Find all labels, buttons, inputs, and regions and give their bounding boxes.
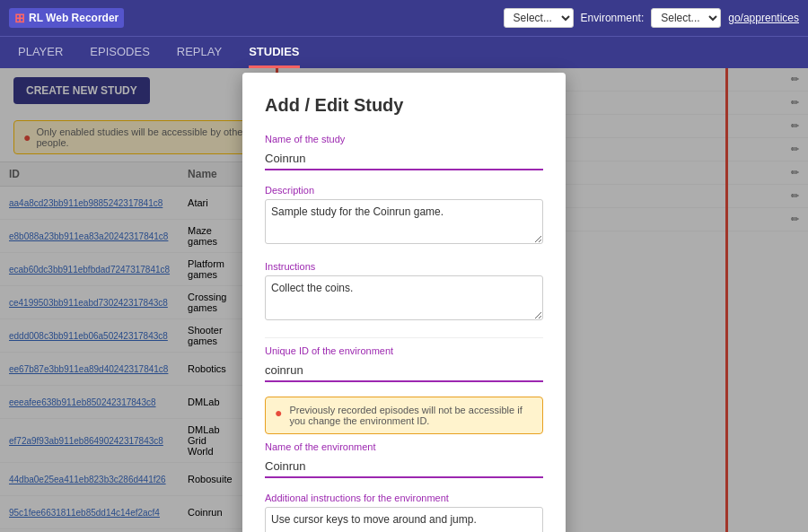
- nav-replay[interactable]: REPLAY: [177, 38, 222, 68]
- env-name-input[interactable]: [265, 456, 543, 478]
- app-title: RL Web Recorder: [29, 12, 119, 24]
- warning-box: ● Previously recorded episodes will not …: [265, 397, 543, 434]
- env-name-group: Name of the environment: [265, 441, 543, 478]
- modal-overlay: Add / Edit Study Name of the study Descr…: [0, 68, 808, 532]
- description-label: Description: [265, 185, 543, 196]
- additional-instructions-group: Additional instructions for the environm…: [265, 493, 543, 532]
- study-name-label: Name of the study: [265, 134, 543, 144]
- warning-icon: ●: [275, 406, 282, 420]
- study-name-group: Name of the study: [265, 134, 543, 170]
- add-edit-study-modal: Add / Edit Study Name of the study Descr…: [242, 73, 566, 532]
- environment-select[interactable]: Select...: [651, 8, 721, 28]
- header: ⊞ RL Web Recorder Select... Environment:…: [0, 0, 808, 36]
- modal-title: Add / Edit Study: [265, 95, 543, 116]
- study-name-input[interactable]: [265, 148, 543, 170]
- environment-label: Environment:: [581, 12, 645, 24]
- app-logo: ⊞ RL Web Recorder: [9, 8, 124, 28]
- go-link[interactable]: go/apprentices: [728, 12, 799, 24]
- main-content: CREATE NEW STUDY ● Only enabled studies …: [0, 68, 808, 532]
- unique-id-label: Unique ID of the environment: [265, 345, 543, 356]
- additional-instructions-label: Additional instructions for the environm…: [265, 493, 543, 503]
- navigation: PLAYER EPISODES REPLAY STUDIES: [0, 36, 808, 68]
- header-controls: Select... Environment: Select... go/appr…: [504, 8, 799, 28]
- player-select[interactable]: Select...: [504, 8, 574, 28]
- nav-player[interactable]: PLAYER: [18, 38, 63, 68]
- description-group: Description Sample study for the Coinrun…: [265, 185, 543, 247]
- additional-instructions-textarea[interactable]: Use cursor keys to move around and jump.: [265, 507, 543, 532]
- description-textarea[interactable]: Sample study for the Coinrun game.: [265, 199, 543, 244]
- nav-studies[interactable]: STUDIES: [249, 38, 299, 68]
- env-name-label: Name of the environment: [265, 441, 543, 452]
- logo-icon: ⊞: [14, 11, 25, 25]
- instructions-group: Instructions Collect the coins.: [265, 261, 543, 323]
- warning-text: Previously recorded episodes will not be…: [289, 405, 533, 426]
- nav-episodes[interactable]: EPISODES: [90, 38, 149, 68]
- divider-1: [265, 337, 543, 338]
- unique-id-input[interactable]: [265, 360, 543, 382]
- instructions-textarea[interactable]: Collect the coins.: [265, 275, 543, 320]
- instructions-label: Instructions: [265, 261, 543, 272]
- unique-id-group: Unique ID of the environment: [265, 345, 543, 382]
